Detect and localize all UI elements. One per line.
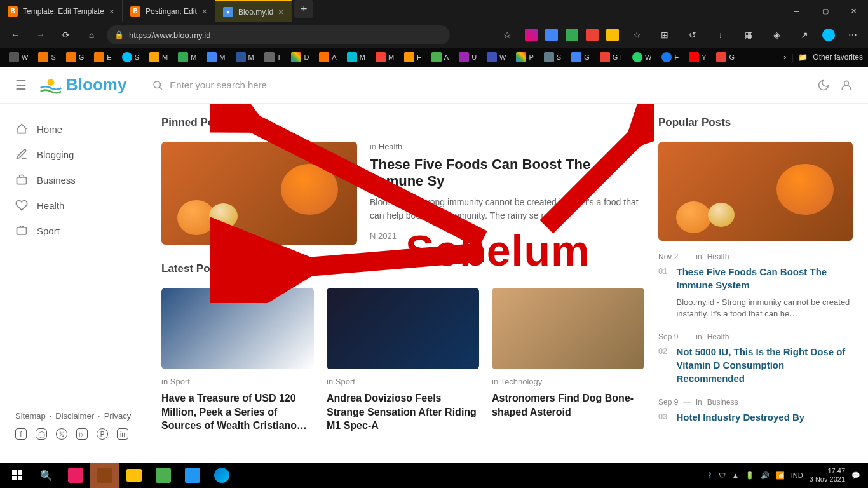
bookmark-item[interactable]: A [428, 51, 452, 64]
skype-icon[interactable] [822, 29, 835, 41]
extension-icon[interactable] [586, 29, 599, 41]
history-icon[interactable]: ↺ [682, 25, 703, 45]
extension-icon[interactable] [545, 29, 558, 41]
post-title[interactable]: Andrea Dovizioso Feels Strange Sensation… [327, 391, 479, 433]
bookmark-item[interactable]: W [483, 51, 510, 64]
moon-icon[interactable] [817, 79, 830, 92]
bookmark-item[interactable]: S [34, 51, 59, 64]
category-link[interactable]: Health [707, 252, 729, 261]
youtube-icon[interactable]: ▷ [76, 428, 88, 440]
taskbar-app[interactable] [90, 463, 119, 488]
bookmark-item[interactable]: W [628, 51, 655, 64]
refresh-button[interactable]: ⟳ [56, 25, 76, 45]
tray-icon[interactable]: ▲ [732, 471, 739, 479]
extension-icon[interactable] [525, 29, 538, 41]
other-favorites[interactable]: Other favorites [813, 53, 863, 62]
footer-link[interactable]: Privacy [104, 411, 132, 421]
volume-icon[interactable]: 🔊 [761, 471, 770, 480]
notifications-icon[interactable]: 💬 [851, 471, 860, 480]
category-link[interactable]: Health [379, 142, 403, 151]
bookmark-item[interactable]: W [5, 51, 32, 64]
bookmark-item[interactable]: GT [596, 51, 626, 64]
language-indicator[interactable]: IND [791, 471, 803, 479]
bookmark-item[interactable]: P [512, 51, 537, 64]
bookmark-item[interactable]: F [400, 51, 425, 64]
bookmark-item[interactable]: U [455, 51, 480, 64]
post-card[interactable]: in Sport Andrea Dovizioso Feels Strange … [327, 288, 479, 433]
post-card[interactable]: in Sport Have a Treasure of USD 120 Mill… [161, 288, 314, 433]
download-icon[interactable]: ↓ [710, 25, 731, 45]
bookmark-item[interactable]: M [203, 51, 229, 64]
extension-icon[interactable] [606, 29, 619, 41]
battery-icon[interactable]: 🔋 [745, 471, 754, 480]
file-explorer[interactable] [119, 463, 149, 488]
forward-button[interactable]: → [31, 25, 51, 45]
pinned-post[interactable]: in Health These Five Foods Can Boost The… [161, 142, 643, 245]
app-icon[interactable]: ▦ [738, 25, 759, 45]
linkedin-icon[interactable]: in [117, 428, 128, 440]
edge-browser[interactable] [207, 463, 236, 488]
sidebar-item-health[interactable]: Health [0, 193, 146, 218]
bookmark-item[interactable]: F [658, 51, 682, 64]
bluetooth-icon[interactable]: ᛒ [708, 471, 712, 479]
bookmark-item[interactable]: Y [685, 51, 710, 64]
footer-link[interactable]: Disclaimer [55, 411, 94, 421]
post-title[interactable]: Hotel Industry Destroyed By [676, 410, 853, 424]
menu-icon[interactable]: ⋯ [843, 25, 863, 45]
popular-post-item[interactable]: Nov 2—in Health 01 These Five Foods Can … [658, 252, 853, 320]
browser-tab[interactable]: B Template: Edit Template × [0, 0, 123, 22]
category-link[interactable]: Business [707, 398, 738, 407]
minimize-button[interactable]: ─ [782, 0, 811, 22]
footer-link[interactable]: Sitemap [15, 411, 46, 421]
close-icon[interactable]: × [202, 6, 207, 17]
security-icon[interactable]: 🛡 [719, 471, 726, 479]
instagram-icon[interactable]: ◯ [36, 428, 47, 440]
favorites-icon[interactable]: ☆ [627, 25, 647, 45]
close-icon[interactable]: × [109, 6, 114, 17]
post-title[interactable]: Astronomers Find Dog Bone-shaped Asteroi… [492, 391, 644, 419]
extension-icon[interactable] [566, 29, 578, 41]
maximize-button[interactable]: ▢ [811, 0, 839, 22]
browser-tab[interactable]: B Postingan: Edit × [123, 0, 215, 22]
taskbar-app[interactable] [149, 463, 178, 488]
user-icon[interactable] [840, 79, 853, 92]
close-button[interactable]: ✕ [839, 0, 868, 22]
taskbar-app[interactable] [178, 463, 207, 488]
bookmark-item[interactable]: G [62, 51, 88, 64]
post-title[interactable]: These Five Foods Can Boost The Immune Sy… [676, 265, 853, 292]
address-bar[interactable]: 🔒 https://www.bloo.my.id [107, 25, 450, 44]
close-icon[interactable]: × [278, 7, 283, 17]
post-title[interactable]: Not 5000 IU, This Is the Right Dose of V… [676, 345, 853, 385]
bookmark-item[interactable]: M [372, 51, 398, 64]
chevron-right-icon[interactable]: › [783, 53, 786, 62]
taskbar-app[interactable] [61, 463, 90, 488]
clock[interactable]: 17.47 3 Nov 2021 [810, 467, 845, 484]
sidebar-item-blogging[interactable]: Blogging [0, 142, 146, 167]
bookmark-item[interactable]: M [343, 51, 369, 64]
wifi-icon[interactable]: 📶 [776, 471, 785, 480]
bookmark-item[interactable]: M [146, 51, 172, 64]
post-title[interactable]: These Five Foods Can Boost The Immune Sy [370, 156, 643, 189]
hamburger-icon[interactable]: ☰ [15, 78, 27, 93]
search-button[interactable]: 🔍 [32, 463, 61, 488]
bookmark-item[interactable]: D [287, 51, 313, 64]
facebook-icon[interactable]: f [15, 428, 27, 440]
collections-icon[interactable]: ⊞ [654, 25, 675, 45]
bookmark-item[interactable]: E [90, 51, 115, 64]
post-card[interactable]: in Technology Astronomers Find Dog Bone-… [492, 288, 644, 433]
screenshot-icon[interactable]: ◈ [766, 25, 787, 45]
sidebar-item-home[interactable]: Home [0, 116, 146, 142]
sidebar-item-business[interactable]: Business [0, 167, 146, 193]
favorite-icon[interactable]: ☆ [497, 25, 517, 45]
search-area[interactable]: Enter your search here [152, 79, 267, 91]
bookmark-item[interactable]: A [315, 51, 340, 64]
pinterest-icon[interactable]: P [97, 428, 108, 440]
back-button[interactable]: ← [5, 25, 25, 45]
bookmark-item[interactable]: M [232, 51, 258, 64]
new-tab-button[interactable]: + [294, 0, 313, 18]
bookmark-item[interactable]: M [174, 51, 200, 64]
bookmark-item[interactable]: S [118, 51, 143, 64]
bookmark-item[interactable]: S [540, 51, 565, 64]
bookmark-item[interactable]: G [567, 51, 593, 64]
sidebar-item-sport[interactable]: Sport [0, 218, 146, 243]
